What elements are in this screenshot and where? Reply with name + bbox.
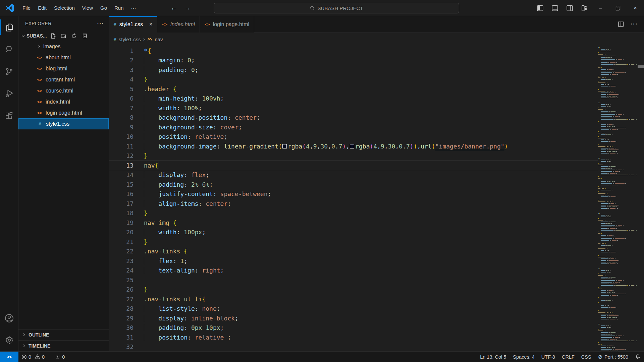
line-number[interactable]: 18 <box>109 209 133 217</box>
line-number[interactable]: 26 <box>109 286 133 293</box>
line-number[interactable]: 15 <box>109 181 133 188</box>
close-button[interactable]: × <box>627 0 644 16</box>
line-number[interactable]: 6 <box>109 95 133 102</box>
line-number[interactable]: 16 <box>109 190 133 197</box>
code-line-8[interactable]: 8 background-position: center; <box>109 113 598 123</box>
new-file-icon[interactable] <box>50 33 56 39</box>
code-line-15[interactable]: 15 padding: 2% 6%; <box>109 180 598 189</box>
status-spaces--4[interactable]: Spaces: 4 <box>509 352 538 362</box>
code-line-31[interactable]: 31 position: relative ; <box>109 333 598 342</box>
code-line-5[interactable]: 5.header { <box>109 84 598 94</box>
code-editor[interactable]: 1*{2 margin: 0;3 padding: 0;4}5.header {… <box>109 46 598 351</box>
collapse-all-icon[interactable] <box>82 33 87 39</box>
code-line-14[interactable]: 14 display: flex; <box>109 170 598 180</box>
code-line-23[interactable]: 23 flex: 1; <box>109 256 598 266</box>
refresh-icon[interactable] <box>71 33 77 39</box>
minimize-button[interactable]: – <box>592 0 609 16</box>
settings-button[interactable] <box>0 329 18 351</box>
close-icon[interactable]: × <box>149 21 152 27</box>
code-line-24[interactable]: 24 text-align: right; <box>109 266 598 276</box>
line-number[interactable]: 11 <box>109 143 133 150</box>
timeline-section[interactable]: TIMELINE <box>18 340 109 351</box>
code-line-12[interactable]: 12} <box>109 151 598 161</box>
code-line-20[interactable]: 20 width: 100px; <box>109 228 598 237</box>
line-number[interactable]: 9 <box>109 124 133 131</box>
code-line-29[interactable]: 29 display: inline-block; <box>109 313 598 323</box>
menu-edit[interactable]: Edit <box>34 3 50 13</box>
command-center-search[interactable]: SUBASH PROJECT <box>214 3 459 13</box>
code-line-2[interactable]: 2 margin: 0; <box>109 56 598 65</box>
notifications-bell[interactable] <box>632 352 644 362</box>
menu-go[interactable]: Go <box>97 3 111 13</box>
code-line-25[interactable]: 25 <box>109 275 598 285</box>
color-swatch[interactable] <box>350 144 354 148</box>
code-line-1[interactable]: 1*{ <box>109 46 598 56</box>
sidebar-item-run-debug[interactable] <box>0 82 18 105</box>
tree-item-about-html[interactable]: <>about.html <box>18 52 109 63</box>
line-number[interactable]: 30 <box>109 324 133 331</box>
back-arrow-icon[interactable]: ← <box>171 4 177 12</box>
menu-run[interactable]: Run <box>111 3 127 13</box>
breadcrumb-symbol[interactable]: nav <box>155 37 163 42</box>
code-line-9[interactable]: 9 background-size: cover; <box>109 122 598 132</box>
line-number[interactable]: 7 <box>109 105 133 112</box>
tree-item-style1-css[interactable]: #style1.css <box>18 118 109 129</box>
line-number[interactable]: 23 <box>109 257 133 264</box>
line-number[interactable]: 1 <box>109 47 133 54</box>
status-css[interactable]: CSS <box>578 352 595 362</box>
code-line-16[interactable]: 16 justify-content: space-between; <box>109 189 598 199</box>
tree-item-course-html[interactable]: <>course.html <box>18 85 109 96</box>
code-line-32[interactable]: 32 <box>109 342 598 352</box>
code-line-30[interactable]: 30 padding: 0px 10px; <box>109 323 598 333</box>
more-actions-icon[interactable]: ··· <box>631 21 638 27</box>
line-number[interactable]: 5 <box>109 85 133 93</box>
tab-index-html[interactable]: <>index.html <box>157 16 200 33</box>
code-line-22[interactable]: 22.nav-links { <box>109 247 598 256</box>
toggle-secondary-sidebar-icon[interactable] <box>562 0 577 16</box>
line-number[interactable]: 20 <box>109 229 133 236</box>
line-number[interactable]: 31 <box>109 334 133 341</box>
menu-view[interactable]: View <box>78 3 97 13</box>
code-line-7[interactable]: 7 width: 100%; <box>109 103 598 113</box>
line-number[interactable]: 13 <box>109 162 133 169</box>
menu-selection[interactable]: Selection <box>50 3 78 13</box>
toggle-panel-icon[interactable] <box>547 0 562 16</box>
line-number[interactable]: 8 <box>109 114 133 121</box>
line-number[interactable]: 22 <box>109 248 133 255</box>
line-number[interactable]: 27 <box>109 296 133 303</box>
forward-arrow-icon[interactable]: → <box>184 4 191 12</box>
line-number[interactable]: 19 <box>109 219 133 226</box>
status-crlf[interactable]: CRLF <box>558 352 578 362</box>
breadcrumb-file[interactable]: style1.css <box>119 37 141 42</box>
code-line-27[interactable]: 27.nav-links ul li{ <box>109 294 598 304</box>
line-number[interactable]: 4 <box>109 76 133 83</box>
menu-[interactable]: ··· <box>127 3 140 13</box>
overview-ruler[interactable] <box>637 46 644 351</box>
problems-status[interactable]: 0 0 <box>18 352 48 362</box>
code-line-17[interactable]: 17 align-items: center; <box>109 199 598 208</box>
tree-item-index-html[interactable]: <>index.html <box>18 96 109 107</box>
split-editor-icon[interactable] <box>618 21 624 27</box>
sidebar-item-search[interactable] <box>0 38 18 60</box>
code-line-11[interactable]: 11 background-image: linear-gradient(rgb… <box>109 141 598 151</box>
line-number[interactable]: 3 <box>109 66 133 73</box>
restore-button[interactable] <box>609 0 627 16</box>
tab-login-page-html[interactable]: <>login page.html <box>200 16 254 33</box>
code-line-6[interactable]: 6 min-height: 100vh; <box>109 94 598 104</box>
minimap[interactable] <box>598 47 637 351</box>
line-number[interactable]: 24 <box>109 267 133 274</box>
tree-item-images[interactable]: images <box>18 41 109 52</box>
line-number[interactable]: 32 <box>109 343 133 350</box>
ports-status[interactable]: 0 <box>52 352 68 362</box>
status-ln-13--col-5[interactable]: Ln 13, Col 5 <box>477 352 509 362</box>
line-number[interactable]: 25 <box>109 277 133 284</box>
line-number[interactable]: 14 <box>109 171 133 178</box>
code-line-26[interactable]: 26} <box>109 285 598 295</box>
line-number[interactable]: 29 <box>109 315 133 322</box>
sidebar-item-explorer[interactable] <box>0 16 18 38</box>
folder-section-header[interactable]: SUBAS... <box>18 31 109 41</box>
code-line-19[interactable]: 19nav img { <box>109 218 598 228</box>
status-port---5500[interactable]: ⊘Port : 5500 <box>595 352 632 362</box>
remote-indicator[interactable]: >< <box>0 352 18 362</box>
line-number[interactable]: 28 <box>109 305 133 312</box>
